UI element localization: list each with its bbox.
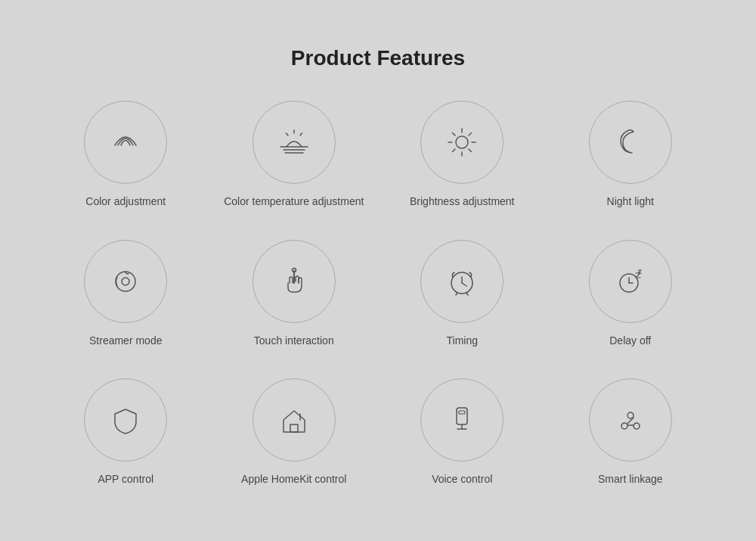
voice-control-icon-circle [420,378,503,462]
feature-brightness: Brightness adjustment [382,101,543,210]
svg-point-15 [116,272,135,291]
feature-voice-control: Voice control [382,378,543,487]
features-grid: Color adjustment Color te [45,101,711,487]
page-title: Product Features [45,46,711,70]
voice-control-icon [441,399,483,441]
svg-point-33 [634,423,640,429]
streamer-icon [104,260,147,303]
brightness-icon-circle [420,101,503,184]
feature-night-light: Night light [550,101,711,210]
color-temperature-label: Color temperature adjustment [224,194,364,210]
color-adjustment-label: Color adjustment [85,194,166,210]
feature-color-temperature: Color temperature adjustment [214,101,375,210]
app-control-label: APP control [98,472,153,487]
svg-line-20 [462,283,466,286]
svg-rect-28 [457,408,467,424]
homekit-icon-circle [253,378,336,462]
svg-line-11 [453,133,456,136]
feature-streamer: Streamer mode [45,240,206,349]
night-light-label: Night light [607,194,654,210]
svg-line-12 [469,149,472,152]
homekit-label: Apple HomeKit control [241,472,346,487]
smart-linkage-icon-circle [589,378,672,462]
svg-point-16 [122,278,129,285]
touch-icon [273,260,315,303]
svg-rect-29 [459,411,465,414]
svg-point-34 [627,412,634,418]
svg-line-14 [453,149,456,152]
timing-icon-circle [420,240,503,323]
color-adjustment-icon-circle [84,101,167,184]
svg-line-21 [456,293,457,295]
delay-off-icon [609,260,652,303]
svg-line-2 [300,133,302,135]
svg-point-6 [456,136,468,148]
timing-icon [441,260,483,303]
smart-linkage-icon [609,399,652,441]
night-light-icon [609,121,652,163]
feature-color-adjustment: Color adjustment [45,101,206,210]
feature-timing: Timing [382,240,543,349]
color-temperature-icon [273,121,315,163]
feature-smart-linkage: Smart linkage [550,378,711,487]
svg-rect-26 [290,424,298,432]
feature-delay-off: Delay off [550,240,711,349]
brightness-label: Brightness adjustment [410,194,515,210]
color-temperature-icon-circle [253,101,336,184]
svg-point-32 [621,423,627,429]
delay-off-icon-circle [589,240,672,323]
svg-line-22 [466,293,468,295]
feature-app-control: APP control [45,378,206,487]
delay-off-label: Delay off [609,334,651,349]
touch-icon-circle [253,240,336,323]
streamer-label: Streamer mode [89,334,162,349]
brightness-icon [441,121,483,163]
timing-label: Timing [447,334,479,349]
streamer-icon-circle [84,240,167,323]
night-light-icon-circle [589,101,672,184]
smart-linkage-label: Smart linkage [598,472,663,487]
svg-line-13 [469,133,472,136]
app-control-icon-circle [84,378,167,462]
voice-control-label: Voice control [432,472,492,487]
touch-label: Touch interaction [254,334,334,349]
app-control-icon [104,399,147,441]
color-adjustment-icon [104,121,147,163]
svg-line-3 [286,133,288,135]
feature-touch: Touch interaction [214,240,375,349]
feature-homekit: Apple HomeKit control [214,378,375,487]
page-container: Product Features Color adjustment [0,16,756,525]
homekit-icon [273,399,315,441]
